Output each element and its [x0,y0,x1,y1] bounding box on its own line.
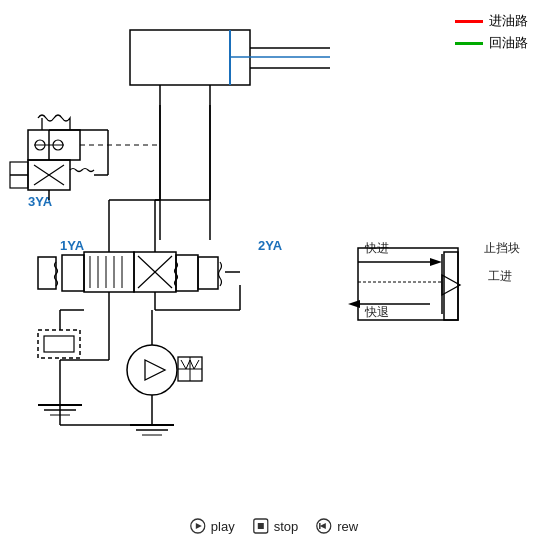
svg-marker-69 [430,258,442,266]
svg-rect-33 [176,255,198,291]
stop-icon [253,518,269,534]
svg-line-48 [194,360,199,369]
svg-rect-23 [38,257,56,289]
svg-line-45 [181,360,186,369]
svg-rect-67 [358,248,458,320]
svg-line-46 [186,360,190,369]
svg-rect-71 [444,252,458,320]
svg-line-47 [190,360,194,369]
svg-marker-90 [320,523,326,529]
rew-button[interactable]: rew [316,518,358,534]
svg-marker-41 [145,360,165,380]
play-label: play [211,519,235,534]
svg-marker-74 [348,300,360,308]
stop-button[interactable]: stop [253,518,299,534]
svg-point-40 [127,345,177,395]
play-icon [190,518,206,534]
svg-rect-34 [198,257,218,289]
rew-label: rew [337,519,358,534]
svg-rect-62 [44,336,74,352]
controls-bar: play stop rew [190,518,358,534]
play-button[interactable]: play [190,518,235,534]
stop-label: stop [274,519,299,534]
rew-icon [316,518,332,534]
svg-marker-86 [196,523,202,529]
svg-rect-24 [84,252,134,292]
svg-rect-22 [62,255,84,291]
svg-rect-88 [258,523,264,529]
